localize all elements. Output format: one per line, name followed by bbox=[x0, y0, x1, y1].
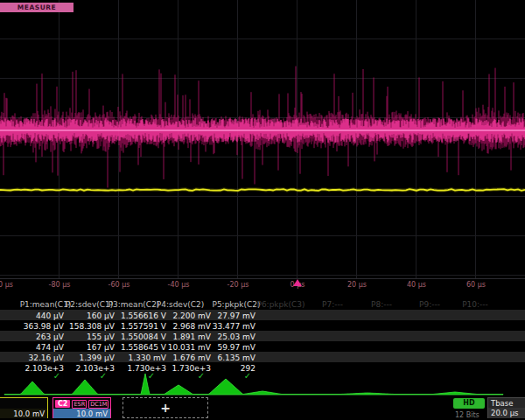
measurement-value: 2.968 mV bbox=[172, 322, 211, 331]
add-trace-button[interactable]: + bbox=[122, 397, 208, 418]
time-axis-label: -80 μs bbox=[49, 281, 71, 289]
bottom-bar: C1 DC1M 10.0 mV C2 ESR DC1M 10.0 mV + HD… bbox=[0, 396, 525, 420]
time-axis-label: 40 μs bbox=[407, 281, 426, 289]
timebase-label: Tbase bbox=[488, 398, 525, 408]
measurement-value: 1.557591 V bbox=[121, 322, 166, 331]
measurement-value: 27.97 mV bbox=[217, 312, 256, 320]
c1-flat-trace bbox=[0, 189, 525, 191]
measurement-value: 1.558645 V bbox=[121, 343, 166, 352]
hd-mode-badge: HD bbox=[453, 398, 485, 409]
channel-c2-descriptor[interactable]: C2 ESR DC1M 10.0 mV bbox=[52, 397, 111, 418]
status-check-icon: ✓ bbox=[198, 371, 205, 381]
time-axis-label: -20 μs bbox=[228, 281, 249, 289]
time-axis-label: 60 μs bbox=[466, 281, 486, 289]
measurement-value: 1.550084 V bbox=[121, 332, 166, 341]
param-column-header[interactable]: P1:mean(C1) bbox=[20, 300, 72, 309]
time-axis-label: 20 μs bbox=[347, 281, 367, 289]
measurement-value: 10.031 mV bbox=[168, 343, 211, 352]
measurement-value: 2.200 mV bbox=[172, 312, 211, 320]
param-column-header-unused[interactable]: P10:--- bbox=[462, 300, 488, 309]
channel-c2-esr-badge: ESR bbox=[72, 400, 87, 409]
trigger-position-marker[interactable] bbox=[293, 279, 302, 286]
measurement-value: 1.891 mV bbox=[172, 332, 211, 341]
measurement-value: 1.556616 V bbox=[121, 312, 166, 320]
channel-c1-descriptor[interactable]: C1 DC1M 10.0 mV bbox=[0, 397, 48, 418]
channel-c1-scale: 10.0 mV bbox=[0, 409, 47, 418]
measurement-value: 155 μV bbox=[87, 332, 115, 341]
measure-badge: MEASURE bbox=[0, 3, 74, 12]
bit-depth-label: 12 Bits bbox=[455, 411, 480, 419]
status-check-icon: ✓ bbox=[244, 371, 251, 381]
table-row-stripe bbox=[0, 331, 525, 341]
time-axis-label: -100 μs bbox=[0, 281, 13, 289]
measurement-value: 158.308 μV bbox=[69, 322, 115, 331]
measurement-value: 25.03 mV bbox=[217, 332, 256, 341]
channel-c2-coupling-badge: DC1M bbox=[88, 400, 108, 409]
timebase-value: 20.0 μs bbox=[488, 408, 525, 418]
measurement-value: 33.477 mV bbox=[213, 322, 256, 331]
measurement-value: 1.730e+3 bbox=[172, 364, 211, 373]
param-column-header-unused[interactable]: P9:--- bbox=[419, 300, 440, 309]
measurement-value: 363.98 μV bbox=[24, 322, 64, 331]
measurement-value: 1.399 μV bbox=[79, 354, 115, 362]
param-column-header-unused[interactable]: P8:--- bbox=[371, 300, 392, 309]
measurement-value: 6.135 mV bbox=[217, 354, 256, 362]
measurement-value: 59.97 mV bbox=[217, 343, 256, 352]
channel-c2-label: C2 bbox=[55, 400, 70, 408]
param-column-header[interactable]: P2:sdev(C1) bbox=[66, 300, 113, 309]
status-check-icon: ✓ bbox=[148, 371, 155, 381]
channel-c2-scale: 10.0 mV bbox=[53, 409, 110, 418]
measurement-value: 167 μV bbox=[87, 343, 115, 352]
param-column-header-unused[interactable]: P7:--- bbox=[322, 300, 343, 309]
measurement-value: 160 μV bbox=[87, 312, 115, 320]
param-column-header-unused[interactable]: P6:pkpk(C3) bbox=[256, 300, 304, 309]
measurement-value: 440 μV bbox=[36, 312, 64, 320]
timebase-descriptor[interactable]: Tbase 20.0 μs bbox=[487, 397, 525, 418]
oscilloscope-screen: MEASURE -100 μs-80 μs-60 μs-40 μs-20 μs0… bbox=[0, 0, 525, 420]
time-axis: -100 μs-80 μs-60 μs-40 μs-20 μs0 μs20 μs… bbox=[0, 279, 525, 294]
measurement-value: 263 μV bbox=[36, 332, 64, 341]
measurement-table: P1:mean(C1)P2:sdev(C1)P3:mean(C2)P4:sdev… bbox=[0, 298, 525, 382]
measurement-value: 1.330 mV bbox=[128, 354, 166, 362]
measurement-value: 474 μV bbox=[36, 343, 64, 352]
status-check-icon: ✓ bbox=[100, 371, 107, 381]
time-axis-label: -40 μs bbox=[168, 281, 190, 289]
param-column-header[interactable]: P3:mean(C2) bbox=[108, 300, 160, 309]
param-column-header[interactable]: P4:sdev(C2) bbox=[157, 300, 204, 309]
time-axis-label: -60 μs bbox=[108, 281, 130, 289]
measurement-value: 1.730e+3 bbox=[127, 364, 166, 373]
status-check-icon: ✓ bbox=[53, 371, 60, 381]
measurement-value: 2.103e+3 bbox=[75, 364, 115, 373]
measurement-value: 32.16 μV bbox=[28, 354, 64, 362]
measurement-value: 1.676 mV bbox=[172, 354, 211, 362]
table-row-stripe bbox=[0, 310, 525, 320]
param-column-header[interactable]: P5:pkpk(C2) bbox=[212, 300, 260, 309]
